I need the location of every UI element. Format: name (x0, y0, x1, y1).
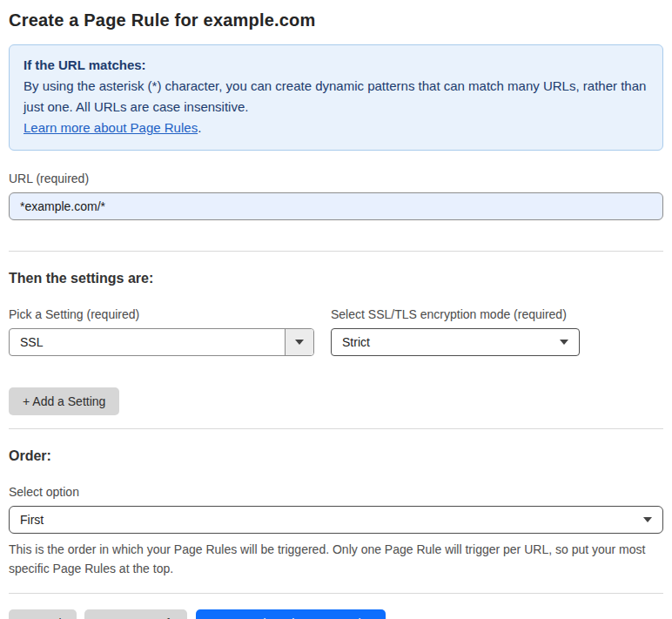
order-select-label: Select option (9, 485, 663, 499)
ssl-mode-label: Select SSL/TLS encryption mode (required… (331, 307, 580, 321)
ssl-mode-select[interactable]: Strict (331, 328, 580, 356)
learn-more-link[interactable]: Learn more about Page Rules (24, 120, 198, 135)
save-draft-button[interactable]: Save as Draft (84, 609, 188, 619)
pick-setting-label: Pick a Setting (required) (9, 307, 314, 321)
info-box-body: By using the asterisk (*) character, you… (24, 76, 648, 118)
order-select[interactable]: First (9, 506, 663, 534)
info-box-heading: If the URL matches: (24, 55, 648, 76)
settings-section-heading: Then the settings are: (9, 271, 663, 286)
url-input[interactable] (9, 192, 663, 220)
section-divider (9, 593, 663, 594)
order-select-value: First (20, 513, 44, 527)
page-title: Create a Page Rule for example.com (9, 10, 663, 30)
section-divider (9, 428, 663, 429)
chevron-down-icon (285, 329, 313, 355)
order-section-heading: Order: (9, 448, 663, 464)
url-field-label: URL (required) (9, 172, 663, 185)
add-setting-button[interactable]: + Add a Setting (9, 387, 119, 415)
pick-setting-value: SSL (10, 335, 285, 349)
ssl-mode-value: Strict (342, 335, 370, 349)
save-deploy-button[interactable]: Save and Deploy Page Rule (196, 609, 386, 619)
order-help-text: This is the order in which your Page Rul… (9, 540, 663, 578)
chevron-down-icon (560, 340, 568, 345)
pick-setting-select[interactable]: SSL (9, 328, 314, 356)
chevron-down-icon (643, 517, 652, 522)
url-match-info-box: If the URL matches: By using the asteris… (9, 44, 663, 151)
info-box-link-line: Learn more about Page Rules. (24, 118, 648, 138)
section-divider (9, 251, 663, 252)
cancel-button[interactable]: Cancel (9, 609, 77, 619)
link-suffix: . (198, 120, 201, 135)
